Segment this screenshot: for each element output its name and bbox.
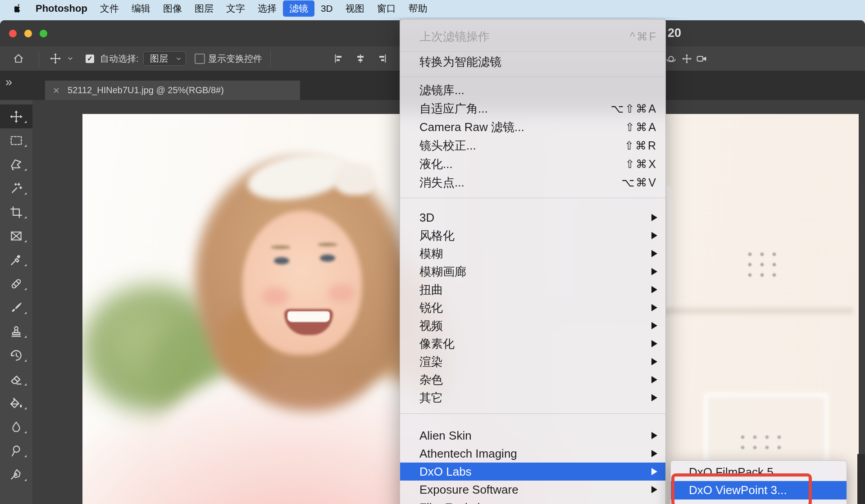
- video-camera-icon: [696, 53, 707, 64]
- brush-tool[interactable]: [0, 295, 32, 319]
- orbit-3d-icon: [665, 53, 677, 64]
- filter-menu-item[interactable]: 扭曲: [400, 281, 665, 299]
- menubar-item-视图[interactable]: 视图: [339, 0, 371, 17]
- filter-menu-item[interactable]: 镜头校正...⇧⌘R: [400, 136, 665, 155]
- pan-3d-button[interactable]: [681, 46, 692, 71]
- close-tab-icon[interactable]: ×: [53, 85, 59, 96]
- frame-tool[interactable]: [0, 224, 32, 248]
- home-icon: [13, 53, 24, 64]
- move-tool[interactable]: [0, 104, 32, 128]
- eyedropper-tool[interactable]: [0, 248, 32, 272]
- filter-menu-item[interactable]: 液化...⇧⌘X: [400, 155, 665, 173]
- paint-bucket-tool[interactable]: [0, 391, 32, 415]
- filter-menu-item[interactable]: 消失点...⌥⌘V: [400, 173, 665, 192]
- pen-tool[interactable]: [0, 463, 32, 486]
- crop-tool[interactable]: [0, 200, 32, 224]
- menubar-item-3D[interactable]: 3D: [314, 1, 339, 16]
- filter-menu-item[interactable]: 锐化: [400, 299, 665, 317]
- menubar-item-Photoshop[interactable]: Photoshop: [29, 1, 94, 16]
- menu-item-label: Film Evolution: [419, 501, 493, 504]
- chevron-down-icon: [67, 55, 74, 62]
- menu-item-shortcut: ^⌘F: [630, 30, 657, 43]
- spot-healing-tool[interactable]: [0, 272, 32, 295]
- magic-wand-tool-icon: [9, 182, 23, 195]
- macos-menubar: Photoshop文件编辑图像图层文字选择滤镜3D视图窗口帮助: [0, 0, 865, 17]
- tool-preset-chevron[interactable]: [67, 46, 74, 71]
- move-tool-preset[interactable]: [50, 46, 61, 71]
- menubar-item-文字[interactable]: 文字: [220, 0, 251, 17]
- close-window-button[interactable]: [9, 30, 17, 37]
- show-transform-checkbox[interactable]: [195, 46, 205, 71]
- filter-menu-item[interactable]: 3D: [400, 209, 665, 227]
- menubar-item-文件[interactable]: 文件: [94, 0, 125, 17]
- submenu-arrow-icon: [651, 268, 657, 275]
- menu-item-label: Camera Raw 滤镜...: [419, 119, 524, 135]
- filter-menu-item[interactable]: 其它: [400, 389, 665, 407]
- filter-menu-item[interactable]: 转换为智能滤镜: [400, 53, 665, 71]
- align-right-button[interactable]: [377, 46, 387, 71]
- submenu-arrow-icon: [651, 214, 657, 221]
- document-tab-title: 52112_HINeb7U1.jpg @ 25%(RGB/8#): [68, 85, 224, 95]
- home-button[interactable]: [13, 46, 24, 71]
- divider: [270, 50, 271, 67]
- menu-item-shortcut: ⌥⇧⌘A: [611, 102, 657, 115]
- minimize-window-button[interactable]: [24, 30, 32, 37]
- menubar-item-窗口[interactable]: 窗口: [371, 0, 402, 17]
- filter-menu-item[interactable]: 风格化: [400, 227, 665, 245]
- menubar-item-编辑[interactable]: 编辑: [125, 0, 157, 17]
- marquee-tool[interactable]: [0, 128, 32, 152]
- menu-item-label: 滤镜库...: [419, 82, 464, 98]
- show-transform-label: 显示变换控件: [208, 46, 262, 71]
- brush-tool-icon: [9, 301, 23, 314]
- auto-select-label: 自动选择:: [100, 46, 139, 71]
- menu-item-label: 扭曲: [419, 282, 443, 298]
- align-center-button[interactable]: [355, 46, 366, 71]
- filter-menu-item[interactable]: DxO Labs: [400, 463, 665, 481]
- filter-menu-item[interactable]: 渲染: [400, 353, 665, 371]
- apple-icon[interactable]: [14, 4, 23, 14]
- blur-tool[interactable]: [0, 415, 32, 439]
- filter-menu-item[interactable]: 模糊画廊: [400, 263, 665, 281]
- auto-select-target-dropdown[interactable]: 图层: [143, 46, 186, 71]
- align-center-icon: [355, 53, 366, 64]
- filter-menu-item[interactable]: Camera Raw 滤镜...⇧⌘A: [400, 118, 665, 136]
- menubar-item-选择[interactable]: 选择: [251, 0, 283, 17]
- history-brush-tool[interactable]: [0, 343, 32, 367]
- dropdown-value: 图层: [150, 53, 168, 65]
- pen-tool-icon: [9, 468, 23, 481]
- document-tab[interactable]: × 52112_HINeb7U1.jpg @ 25%(RGB/8#): [45, 81, 300, 100]
- dodge-tool[interactable]: [0, 439, 32, 463]
- menubar-item-图像[interactable]: 图像: [157, 0, 188, 17]
- menubar-item-帮助[interactable]: 帮助: [402, 0, 434, 17]
- align-left-button[interactable]: [333, 46, 344, 71]
- filter-menu-item[interactable]: Film Evolution: [400, 499, 665, 504]
- menubar-item-滤镜[interactable]: 滤镜: [283, 0, 314, 17]
- history-brush-tool-icon: [9, 349, 23, 362]
- filter-menu-item[interactable]: 自适应广角...⌥⇧⌘A: [400, 100, 665, 118]
- filter-menu-item[interactable]: 模糊: [400, 245, 665, 263]
- menubar-item-图层[interactable]: 图层: [188, 0, 220, 17]
- filter-menu-item[interactable]: Athentech Imaging: [400, 445, 665, 463]
- filter-menu-item[interactable]: 像素化: [400, 335, 665, 353]
- menu-item-shortcut: ⇧⌘X: [625, 158, 657, 171]
- menu-item-shortcut: ⇧⌘R: [624, 139, 657, 152]
- camera-3d-button[interactable]: [696, 46, 707, 71]
- lasso-tool[interactable]: [0, 152, 32, 176]
- menu-item-label: 镜头校正...: [419, 138, 476, 154]
- filter-menu-item[interactable]: Alien Skin: [400, 427, 665, 445]
- menu-item-label: 像素化: [419, 336, 455, 352]
- orbit-3d-button[interactable]: [665, 46, 677, 71]
- eraser-tool[interactable]: [0, 367, 32, 391]
- filter-menu-item[interactable]: 视频: [400, 317, 665, 335]
- zoom-window-button[interactable]: [40, 30, 47, 37]
- auto-select-checkbox[interactable]: ✓: [86, 46, 94, 71]
- filter-menu-item[interactable]: 杂色: [400, 371, 665, 389]
- align-left-icon: [333, 53, 344, 64]
- clone-stamp-tool[interactable]: [0, 319, 32, 343]
- submenu-arrow-icon: [651, 376, 657, 383]
- filter-menu-item[interactable]: 滤镜库...: [400, 81, 665, 100]
- magic-wand-tool[interactable]: [0, 176, 32, 200]
- filter-menu-item[interactable]: Exposure Software: [400, 481, 665, 499]
- menu-item-label: 杂色: [419, 372, 443, 388]
- collapse-panels-icon[interactable]: »: [5, 75, 11, 89]
